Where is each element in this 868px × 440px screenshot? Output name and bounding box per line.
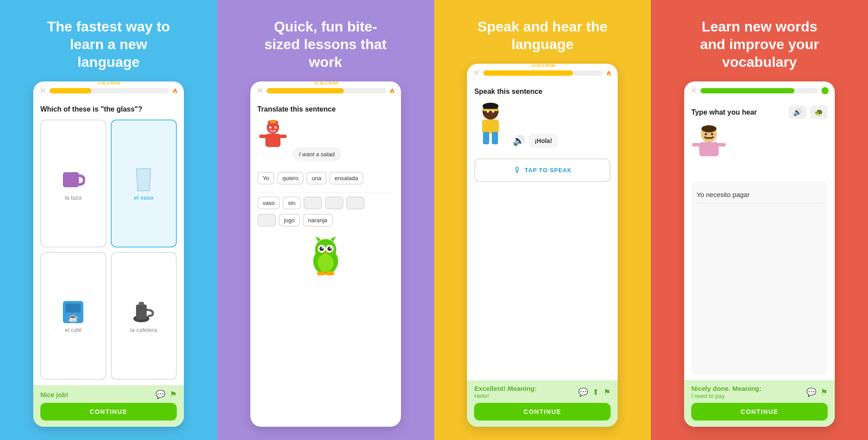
svg-rect-33 [483, 109, 498, 111]
panel-2-title: Quick, fun bite-sized lessons that work [259, 18, 392, 71]
svg-rect-7 [136, 305, 147, 320]
svg-rect-13 [259, 135, 266, 138]
svg-rect-0 [63, 172, 79, 187]
panel-4-title: Learn new words and improve your vocabul… [693, 18, 826, 71]
word-ensalada[interactable]: ensalada [329, 172, 363, 185]
choice-glass[interactable]: el vaso [111, 120, 177, 247]
fire-icon-1: 🔥 [172, 89, 178, 93]
bank-empty-4: ... [257, 214, 276, 227]
glass-icon [132, 168, 156, 192]
svg-rect-12 [265, 134, 280, 147]
progress-fill-3 [483, 70, 573, 76]
close-icon-1[interactable]: ✕ [39, 86, 46, 96]
panel-1: The fastest way to learn a new language … [0, 0, 217, 440]
word-una[interactable]: una [306, 172, 327, 185]
streak-badge-3: 🔥 [606, 71, 611, 76]
bank-jugo[interactable]: jugo [279, 214, 300, 227]
hola-bubble-3: ¡Hola! [528, 134, 558, 148]
card-content-4: Type what you hear 🔊 🐢 [684, 98, 835, 380]
choice-coffee-bag[interactable]: ☕ el café [40, 252, 106, 380]
phone-card-4: ✕ Type what you hear 🔊 🐢 [684, 81, 835, 427]
hola-group: 🔊 ¡Hola! [513, 134, 558, 148]
flag-icon-1[interactable]: ⚑ [170, 390, 177, 399]
comment-icon-1[interactable]: 💬 [156, 390, 165, 399]
flag-icon-3[interactable]: ⚑ [603, 387, 611, 397]
word-quiero[interactable]: quiero [277, 172, 304, 185]
tap-to-speak-btn[interactable]: 🎙 TAP TO SPEAK [474, 158, 611, 182]
share-icon-3[interactable]: ⬆ [592, 387, 599, 397]
progress-header-2: ✕ 10 IN A ROW 🔥 [250, 81, 401, 98]
svg-rect-45 [718, 143, 726, 147]
svg-point-34 [487, 111, 489, 113]
close-icon-4[interactable]: ✕ [690, 86, 697, 96]
feedback-icons-4: 💬 ⚑ [806, 387, 828, 397]
audio-buttons-4: 🔊 🐢 [789, 105, 828, 119]
bank-empty-1: ... [304, 197, 322, 209]
svg-point-16 [274, 127, 276, 129]
progress-header-3: ✕ 12 IN A ROW 🔥 [467, 64, 618, 81]
flag-icon-4[interactable]: ⚑ [821, 387, 828, 397]
character-figure-2 [257, 120, 288, 161]
question-2: Translate this sentence [257, 105, 394, 113]
progress-header-1: ✕ 3 IN A ROW 🔥 [33, 81, 184, 98]
speech-bubble-2: I want a salad. [294, 147, 342, 161]
streak-badge-2: 🔥 [389, 89, 395, 93]
feedback-icons-1: 💬 ⚑ [156, 390, 177, 399]
continue-button-1[interactable]: CONTINUE [40, 403, 177, 421]
card-content-2: Translate this sentence [250, 98, 401, 427]
phone-card-1: ✕ 3 IN A ROW 🔥 Which of these is "the gl… [33, 81, 184, 427]
svg-rect-37 [483, 132, 489, 144]
bottom-bar-4: Nicely done. Meaning: I need to pay. 💬 ⚑… [684, 380, 835, 427]
card-content-1: Which of these is "the glass"? la taza [33, 98, 184, 385]
choice-coffee-pot[interactable]: la cafetera [111, 252, 177, 380]
answer-row-2: Yo quiero una ensalada [257, 172, 394, 185]
typed-area-4[interactable]: Yo necesito pagar [691, 181, 828, 375]
comment-icon-4[interactable]: 💬 [806, 387, 816, 397]
bank-vaso[interactable]: vaso [257, 197, 280, 209]
choice-mug[interactable]: la taza [40, 120, 106, 247]
svg-point-15 [269, 127, 271, 129]
owl-area [257, 231, 394, 280]
feedback-detail-3: Hello! [474, 393, 537, 399]
svg-point-40 [701, 125, 716, 132]
bank-naranja[interactable]: naranja [303, 214, 332, 227]
phone-card-3: ✕ 12 IN A ROW 🔥 Speak this sentence [467, 64, 618, 427]
typed-text-4: Yo necesito pagar [697, 186, 822, 204]
progress-bar-1: 3 IN A ROW [50, 88, 169, 93]
continue-button-4[interactable]: CONTINUE [691, 403, 828, 421]
feedback-icons-3: 💬 ⬆ ⚑ [578, 387, 611, 397]
mug-icon [61, 168, 85, 192]
choice-label-glass: el vaso [134, 194, 153, 201]
bank-sin[interactable]: sin [283, 197, 301, 209]
bottom-bar-1: Nice job! 💬 ⚑ CONTINUE [33, 385, 184, 427]
word-yo[interactable]: Yo [257, 172, 275, 185]
fire-icon-2: 🔥 [389, 89, 395, 93]
streak-badge-4 [821, 87, 829, 94]
play-audio-btn[interactable]: 🔊 [789, 105, 806, 119]
choice-label-coffee-pot: la cafetera [130, 327, 157, 333]
panel-3: Speak and hear the language ✕ 12 IN A RO… [434, 0, 651, 440]
svg-rect-11 [270, 120, 276, 123]
word-bank-row2-2: ... jugo naranja [257, 214, 394, 227]
close-icon-2[interactable]: ✕ [257, 86, 263, 96]
close-icon-3[interactable]: ✕ [473, 68, 480, 78]
slow-audio-btn[interactable]: 🐢 [810, 105, 828, 119]
coffee-bag-icon: ☕ [61, 300, 85, 324]
comment-icon-3[interactable]: 💬 [578, 387, 588, 397]
question-3: Speak this sentence [474, 88, 611, 96]
speaker-icon-3[interactable]: 🔊 [513, 135, 525, 147]
svg-point-24 [322, 247, 323, 249]
question-row-4: Type what you hear 🔊 🐢 [691, 105, 828, 119]
svg-point-41 [705, 133, 707, 135]
feedback-row-1: Nice job! 💬 ⚑ [40, 390, 177, 399]
svg-point-32 [483, 103, 498, 110]
svg-marker-1 [136, 169, 151, 191]
streak-badge-1: 🔥 [172, 89, 178, 93]
character-area-3: 🔊 ¡Hola! [474, 102, 611, 151]
tap-label-3: TAP TO SPEAK [525, 167, 572, 174]
bank-empty-2: ... [325, 197, 343, 209]
choice-grid-1: la taza el vaso [40, 120, 177, 380]
continue-button-3[interactable]: CONTINUE [474, 403, 611, 421]
svg-text:☕: ☕ [68, 313, 78, 323]
progress-bar-2: 10 IN A ROW [267, 88, 386, 93]
